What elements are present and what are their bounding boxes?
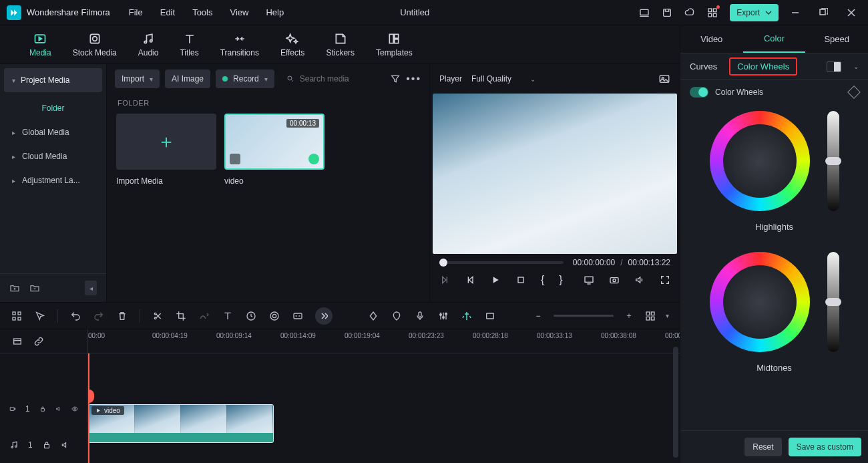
caption-icon[interactable] — [292, 310, 304, 322]
menu-view[interactable]: View — [230, 7, 248, 17]
magnetic-icon[interactable] — [461, 310, 473, 322]
collapse-panel-button[interactable]: ◂ — [85, 281, 97, 295]
tab-audio[interactable]: Audio — [138, 32, 159, 57]
sidebar-folder[interactable]: Folder — [0, 96, 106, 120]
sidebar-cloud-media[interactable]: ▸Cloud Media — [0, 144, 106, 168]
midtones-color-wheel[interactable] — [710, 252, 810, 352]
menu-edit[interactable]: Edit — [160, 7, 175, 17]
import-button[interactable]: Import▾ — [115, 69, 160, 88]
mark-out-icon[interactable]: } — [559, 274, 562, 286]
record-button[interactable]: Record▾ — [216, 69, 274, 88]
save-icon[interactable] — [662, 7, 672, 18]
link-icon[interactable] — [33, 336, 44, 347]
split-icon[interactable] — [152, 310, 164, 322]
import-media-card[interactable]: ＋ Import Media — [116, 114, 216, 186]
chevron-down-icon[interactable]: ▾ — [666, 312, 669, 319]
audio-mixer-icon[interactable] — [437, 310, 449, 322]
tab-stickers[interactable]: Stickers — [326, 32, 355, 57]
redo-icon[interactable] — [93, 310, 105, 322]
preview-video[interactable] — [433, 94, 677, 254]
search-media[interactable] — [280, 74, 385, 84]
zoom-out-icon[interactable]: − — [532, 310, 544, 322]
maximize-icon[interactable] — [819, 8, 828, 17]
color-icon[interactable] — [268, 310, 280, 322]
view-grid-icon[interactable] — [644, 310, 656, 322]
zoom-in-icon[interactable]: ＋ — [623, 310, 635, 322]
delete-folder-icon[interactable] — [29, 283, 40, 293]
timeline-clip[interactable]: video — [88, 404, 274, 443]
camera-icon[interactable] — [609, 275, 620, 285]
inspector-tab-video[interactable]: Video — [680, 25, 743, 53]
more-tools-icon[interactable] — [315, 307, 333, 325]
mute-icon[interactable] — [55, 404, 62, 414]
menu-file[interactable]: File — [129, 7, 143, 17]
chevron-down-icon[interactable]: ⌄ — [853, 63, 859, 70]
playhead[interactable] — [88, 353, 89, 463]
menu-tools[interactable]: Tools — [192, 7, 212, 17]
project-media-header[interactable]: ▾ Project Media — [4, 68, 102, 92]
tab-titles[interactable]: Titles — [180, 32, 198, 57]
close-icon[interactable] — [847, 8, 856, 17]
speed-icon[interactable] — [245, 310, 257, 322]
marker-icon[interactable] — [391, 310, 403, 322]
export-button[interactable]: Export — [730, 4, 779, 21]
tab-stock[interactable]: Stock Media — [73, 32, 117, 57]
snapshot-icon[interactable] — [658, 73, 670, 85]
device-icon[interactable] — [639, 7, 650, 18]
highlights-color-wheel[interactable] — [710, 111, 810, 211]
media-clip-card[interactable]: 00:00:13 video — [224, 114, 324, 186]
search-input[interactable] — [300, 74, 378, 84]
frame-icon[interactable] — [484, 310, 496, 322]
undo-icon[interactable] — [69, 310, 81, 322]
tab-effects[interactable]: Effects — [280, 32, 304, 57]
midtones-brightness-slider[interactable] — [827, 252, 839, 352]
tab-templates[interactable]: Templates — [376, 32, 413, 57]
sidebar-adjustment-layer[interactable]: ▸Adjustment La... — [0, 168, 106, 192]
lock-icon[interactable] — [39, 404, 46, 414]
zoom-slider[interactable] — [554, 315, 614, 317]
step-back-icon[interactable] — [465, 275, 475, 285]
timeline-scrollbar[interactable] — [673, 347, 678, 458]
timeline-ruler[interactable]: 00:0000:00:04:1900:00:09:1400:00:14:0900… — [88, 329, 680, 353]
text-icon[interactable] — [222, 310, 234, 322]
crop-icon[interactable] — [175, 310, 187, 322]
stop-icon[interactable] — [515, 275, 526, 285]
more-icon[interactable]: ••• — [406, 73, 421, 85]
cloud-icon[interactable] — [684, 7, 695, 18]
subtab-color-wheels[interactable]: Color Wheels — [729, 57, 797, 75]
tab-transitions[interactable]: Transitions — [220, 32, 259, 57]
voiceover-icon[interactable] — [414, 310, 426, 322]
new-folder-icon[interactable] — [9, 283, 20, 293]
visibility-icon[interactable] — [71, 404, 78, 414]
tracks-area[interactable]: video — [88, 353, 680, 463]
pointer-icon[interactable] — [34, 310, 46, 322]
volume-icon[interactable] — [634, 275, 645, 285]
reset-button[interactable]: Reset — [744, 438, 781, 456]
menu-help[interactable]: Help — [266, 7, 284, 17]
play-icon[interactable] — [490, 275, 501, 285]
mark-in-icon[interactable]: { — [541, 274, 544, 286]
sidebar-global-media[interactable]: ▸Global Media — [0, 120, 106, 144]
tracks[interactable]: 00:0000:00:04:1900:00:09:1400:00:14:0900… — [88, 329, 680, 463]
video-track-header[interactable]: 1 — [0, 391, 87, 427]
scrubber[interactable] — [439, 261, 564, 264]
subtab-curves[interactable]: Curves — [690, 61, 717, 71]
delete-icon[interactable] — [116, 310, 128, 322]
minimize-icon[interactable] — [791, 8, 800, 17]
keyframe-icon[interactable] — [367, 310, 379, 322]
tab-media[interactable]: Media — [29, 32, 51, 57]
highlights-brightness-slider[interactable] — [827, 111, 839, 211]
quality-dropdown[interactable]: Full Quality ⌄ — [471, 74, 535, 84]
grid-icon[interactable] — [11, 310, 23, 322]
color-wheels-toggle[interactable] — [690, 87, 708, 98]
lock-icon[interactable] — [42, 440, 51, 450]
fullscreen-icon[interactable] — [660, 275, 670, 285]
apps-icon[interactable] — [707, 7, 718, 18]
display-icon[interactable] — [584, 275, 594, 285]
speed-ramp-icon[interactable] — [198, 310, 210, 322]
prev-frame-icon[interactable] — [439, 275, 450, 285]
adjust-track-icon[interactable] — [12, 336, 23, 347]
inspector-tab-speed[interactable]: Speed — [805, 25, 868, 53]
reset-section-icon[interactable] — [847, 86, 861, 99]
mute-icon[interactable] — [61, 440, 70, 450]
